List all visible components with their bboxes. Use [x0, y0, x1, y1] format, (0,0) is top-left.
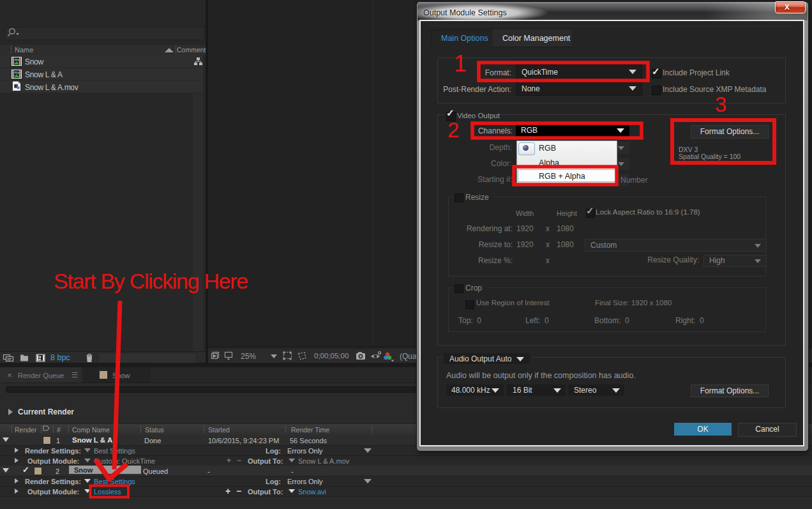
- svg-text:2: 2: [447, 118, 459, 142]
- svg-text:3: 3: [715, 93, 726, 116]
- svg-text:1: 1: [454, 50, 467, 77]
- svg-text:Start By Clicking Here: Start By Clicking Here: [54, 269, 248, 293]
